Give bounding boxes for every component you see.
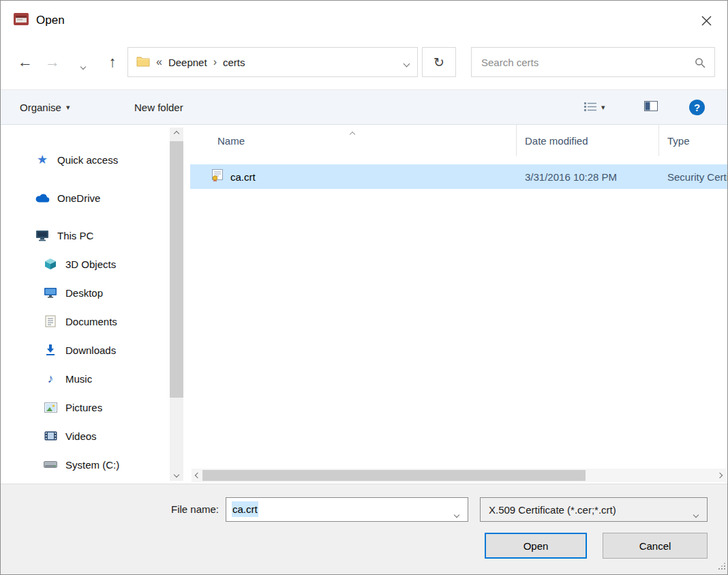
recent-locations-icon[interactable] — [81, 59, 85, 72]
file-date-cell: 3/31/2016 10:28 PM — [517, 171, 659, 183]
sidebar-item-quick-access[interactable]: ★ Quick access — [1, 145, 190, 174]
music-icon: ♪ — [43, 372, 58, 386]
organise-label: Organise — [20, 102, 61, 113]
open-button[interactable]: Open — [485, 533, 587, 559]
preview-pane-button[interactable] — [644, 90, 658, 124]
pictures-icon — [43, 402, 58, 413]
close-icon[interactable] — [696, 10, 716, 31]
sidebar-item-label: Documents — [65, 316, 117, 327]
file-list: Name Date modified Type — [190, 125, 727, 484]
forward-button[interactable]: → — [42, 51, 63, 73]
window-title: Open — [36, 1, 65, 40]
back-button[interactable]: ← — [14, 51, 36, 73]
sidebar-item-documents[interactable]: Documents — [1, 307, 190, 336]
file-name-value: ca.crt — [232, 498, 258, 521]
scroll-down-icon[interactable] — [170, 469, 183, 481]
dialog-footer: File name: ca.crt X.509 Certificate (*.c… — [1, 484, 727, 574]
breadcrumb-deepnet[interactable]: Deepnet — [168, 57, 207, 68]
file-type-value: X.509 Certificate (*.cer;*.crt) — [489, 504, 616, 516]
sidebar-item-label: 3D Objects — [65, 259, 116, 270]
scroll-right-icon[interactable] — [714, 469, 726, 482]
title-bar: Open — [1, 1, 727, 40]
file-type-dropdown-icon — [694, 507, 698, 519]
new-folder-label: New folder — [134, 102, 183, 113]
sidebar-item-this-pc[interactable]: This PC — [1, 221, 190, 250]
help-button[interactable]: ? — [689, 90, 705, 124]
scroll-up-icon[interactable] — [170, 128, 183, 140]
onedrive-cloud-icon — [35, 193, 50, 203]
sidebar-item-label: Videos — [65, 430, 97, 442]
sidebar-item-desktop[interactable]: Desktop — [1, 278, 190, 307]
sidebar-item-system-c[interactable]: System (C:) — [1, 450, 190, 479]
sidebar-item-label: Music — [65, 373, 92, 385]
help-icon: ? — [689, 100, 705, 115]
sidebar-item-label: Pictures — [65, 402, 102, 413]
app-icon — [13, 11, 29, 27]
search-box — [471, 47, 715, 77]
certificate-file-icon — [211, 169, 224, 184]
filelist-scrollbar-thumb[interactable] — [202, 470, 586, 481]
sidebar-scrollbar[interactable] — [170, 128, 183, 481]
sidebar-item-3d-objects[interactable]: 3D Objects — [1, 250, 190, 278]
this-pc-icon — [35, 230, 50, 241]
filelist-horizontal-scrollbar[interactable] — [192, 469, 726, 482]
open-dialog: Open ← → ↑ « Deepnet › certs ↻ — [0, 0, 728, 575]
sidebar-item-label: This PC — [57, 230, 93, 241]
3d-objects-icon — [43, 258, 58, 270]
cancel-button[interactable]: Cancel — [603, 533, 708, 559]
sidebar-item-onedrive[interactable]: OneDrive — [1, 183, 190, 212]
downloads-icon — [43, 344, 58, 356]
breadcrumb-certs[interactable]: certs — [223, 57, 245, 68]
file-row-selected[interactable]: ca.crt 3/31/2016 10:28 PM Security Certi… — [190, 164, 727, 189]
videos-icon — [43, 431, 58, 441]
file-name-cell: ca.crt — [190, 169, 517, 184]
file-type-cell: Security Certificate — [659, 171, 727, 183]
quick-access-icon: ★ — [35, 152, 50, 167]
file-type-select[interactable]: X.509 Certificate (*.cer;*.crt) — [480, 497, 708, 522]
preview-pane-icon — [644, 101, 658, 113]
column-headers: Name Date modified Type — [190, 125, 727, 156]
desktop-icon — [43, 287, 58, 298]
sort-ascending-icon — [350, 127, 354, 139]
refresh-button[interactable]: ↻ — [422, 47, 456, 77]
main-area: ★ Quick access OneDrive — [1, 125, 727, 484]
organise-caret-icon: ▾ — [66, 103, 70, 112]
file-name-text: ca.crt — [230, 171, 256, 183]
search-input[interactable] — [472, 48, 714, 76]
sidebar-item-label: System (C:) — [65, 459, 119, 471]
sidebar-item-label: OneDrive — [57, 192, 100, 204]
details-view-icon — [584, 102, 596, 113]
sidebar-scrollbar-thumb[interactable] — [170, 141, 183, 398]
breadcrumb-overflow-icon[interactable]: « — [156, 56, 162, 68]
address-folder-icon — [136, 56, 150, 69]
column-header-date-modified[interactable]: Date modified — [517, 125, 659, 156]
column-header-type[interactable]: Type — [659, 125, 727, 156]
views-button[interactable]: ▾ — [584, 90, 605, 124]
views-caret-icon: ▾ — [601, 103, 605, 112]
file-name-input[interactable]: ca.crt — [226, 497, 468, 522]
documents-icon — [43, 315, 58, 327]
up-button[interactable]: ↑ — [102, 51, 123, 73]
file-name-dropdown-icon[interactable] — [455, 507, 459, 520]
search-icon[interactable] — [695, 57, 706, 71]
breadcrumb-chevron-icon: › — [213, 56, 217, 68]
file-name-label: File name: — [156, 497, 219, 522]
sidebar-item-label: Quick access — [57, 154, 118, 166]
address-dropdown-icon[interactable] — [404, 57, 409, 68]
sidebar-item-music[interactable]: ♪ Music — [1, 364, 190, 393]
resize-grip[interactable] — [717, 561, 726, 573]
sidebar-item-label: Desktop — [65, 287, 103, 299]
refresh-icon: ↻ — [434, 55, 444, 70]
navigation-pane: ★ Quick access OneDrive — [1, 125, 190, 484]
sidebar-item-pictures[interactable]: Pictures — [1, 393, 190, 422]
sidebar-item-downloads[interactable]: Downloads — [1, 336, 190, 364]
organise-button[interactable]: Organise ▾ — [20, 90, 70, 124]
system-drive-icon — [43, 460, 58, 469]
sidebar-item-videos[interactable]: Videos — [1, 422, 190, 450]
sidebar-item-label: Downloads — [65, 344, 116, 356]
new-folder-button[interactable]: New folder — [134, 90, 183, 124]
address-bar[interactable]: « Deepnet › certs — [127, 47, 418, 77]
command-bar: Organise ▾ New folder ▾ — [1, 89, 727, 125]
